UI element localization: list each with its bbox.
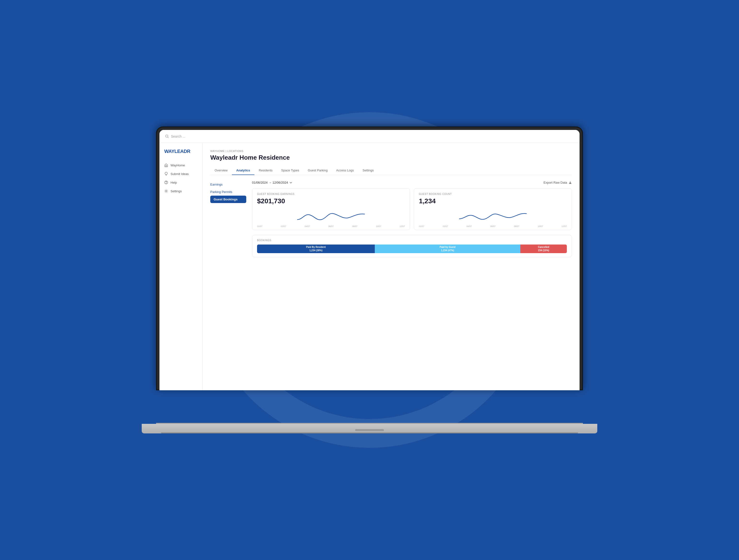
- breadcrumb-separator: |: [226, 150, 227, 153]
- tab-access-logs[interactable]: Access Logs: [332, 166, 358, 175]
- tab-residents[interactable]: Residents: [254, 166, 277, 175]
- content-area: WAYHOME | LOCATIONS Wayleadr Home Reside…: [202, 143, 580, 390]
- tab-space-types-label: Space Types: [281, 169, 299, 172]
- bar-cancelled-label: Cancelled: [538, 245, 549, 249]
- analytics-main: 01/06/2024 → 12/06/2024 Export Raw Data: [252, 181, 572, 257]
- analytics-nav-parking-permits[interactable]: Parking Permits: [210, 188, 246, 196]
- bar-guest-value: 1,234 (47%): [441, 249, 454, 252]
- sidebar-label-settings: Settings: [170, 189, 182, 193]
- sidebar-item-help[interactable]: Help: [159, 178, 202, 187]
- search-container[interactable]: Search ...: [165, 135, 185, 138]
- tab-guest-parking-label: Guest Parking: [308, 169, 327, 172]
- analytics-controls: 01/06/2024 → 12/06/2024 Export Raw Data: [252, 181, 572, 184]
- main-layout: WAYLEADR WayHome S: [159, 143, 580, 390]
- export-label: Export Raw Data: [544, 181, 567, 184]
- chevron-down-icon: [289, 181, 292, 184]
- tab-overview[interactable]: Overview: [210, 166, 232, 175]
- tab-settings[interactable]: Settings: [358, 166, 378, 175]
- breadcrumb: WAYHOME | LOCATIONS: [210, 150, 572, 153]
- sidebar-item-submit-ideas[interactable]: Submit Ideas: [159, 170, 202, 178]
- sidebar-item-settings[interactable]: Settings: [159, 187, 202, 195]
- settings-icon: [164, 189, 168, 193]
- earnings-chart-svg: [257, 209, 405, 223]
- analytics-sidebar: Earnings Parking Permits Guest Bookings: [210, 181, 246, 257]
- bar-resident-value: 1,234 (38%): [309, 249, 322, 252]
- breadcrumb-locations: LOCATIONS: [227, 150, 243, 153]
- bookings-section-label: BOOKINGS: [257, 239, 567, 242]
- count-card-label: GUEST BOOKING COUNT: [419, 193, 567, 195]
- svg-line-1: [168, 137, 169, 138]
- top-search-bar: Search ...: [159, 130, 580, 143]
- bar-cancelled: Cancelled 234 (15%): [520, 244, 567, 253]
- count-chart-svg: [419, 209, 567, 223]
- sidebar-label-wayhome: WayHome: [170, 164, 185, 167]
- bookings-bar: Paid By Resident 1,234 (38%) Paid by Gue…: [257, 244, 567, 253]
- earnings-card-label: GUEST BOOKING EARNINGS: [257, 193, 405, 195]
- sidebar: WAYLEADR WayHome S: [159, 143, 202, 390]
- svg-point-4: [166, 191, 167, 192]
- analytics-layout: Earnings Parking Permits Guest Bookings …: [210, 181, 572, 257]
- laptop-lid: Search ... WAYLEADR WayHome: [156, 127, 583, 390]
- sidebar-label-submit-ideas: Submit Ideas: [170, 172, 189, 176]
- logo-area: WAYLEADR: [159, 149, 202, 161]
- bar-resident-label: Paid By Resident: [306, 245, 326, 249]
- date-range-text: 01/06/2024 → 12/06/2024: [252, 181, 288, 184]
- earnings-card-value: $201,730: [257, 197, 405, 205]
- count-chart-labels: 01/0702/0704/0706/0708/0710/0712/07: [419, 225, 567, 227]
- download-icon: [569, 181, 572, 184]
- earnings-chart-labels: 01/0702/0704/0706/0708/0710/0712/07: [257, 225, 405, 227]
- tab-overview-label: Overview: [214, 169, 228, 172]
- laptop-device: Search ... WAYLEADR WayHome: [142, 127, 597, 433]
- sidebar-label-help: Help: [170, 181, 177, 184]
- stats-row: GUEST BOOKING EARNINGS $201,730 01/0702/…: [252, 188, 572, 230]
- tab-settings-label: Settings: [362, 169, 374, 172]
- laptop-base: [142, 424, 597, 433]
- analytics-nav-guest-bookings[interactable]: Guest Bookings: [210, 196, 246, 203]
- search-placeholder: Search ...: [171, 135, 185, 138]
- home-icon: [164, 163, 168, 167]
- search-icon: [165, 135, 169, 138]
- bar-paid-by-guest: Paid by Guest 1,234 (47%): [375, 244, 520, 253]
- analytics-nav-earnings[interactable]: Earnings: [210, 181, 246, 188]
- lightbulb-icon: [164, 172, 168, 176]
- breadcrumb-wayhome: WAYHOME: [210, 150, 225, 153]
- sidebar-item-wayhome[interactable]: WayHome: [159, 161, 202, 170]
- export-raw-data-button[interactable]: Export Raw Data: [544, 181, 572, 184]
- laptop-notch: [355, 429, 384, 431]
- svg-point-3: [166, 183, 166, 183]
- stat-card-earnings: GUEST BOOKING EARNINGS $201,730 01/0702/…: [252, 188, 410, 230]
- count-chart: 01/0702/0704/0706/0708/0710/0712/07: [419, 209, 567, 226]
- laptop-feet: [161, 432, 578, 433]
- tab-analytics-label: Analytics: [236, 169, 250, 172]
- tabs-container: Overview Analytics Residents Space Types: [210, 166, 572, 175]
- page-title: Wayleadr Home Residence: [210, 154, 572, 161]
- date-range-picker[interactable]: 01/06/2024 → 12/06/2024: [252, 181, 292, 184]
- tab-access-logs-label: Access Logs: [336, 169, 354, 172]
- earnings-chart: 01/0702/0704/0706/0708/0710/0712/07: [257, 209, 405, 226]
- tab-residents-label: Residents: [259, 169, 273, 172]
- tab-guest-parking[interactable]: Guest Parking: [304, 166, 332, 175]
- stat-card-count: GUEST BOOKING COUNT 1,234 01/0702/0704/0…: [414, 188, 572, 230]
- logo: WAYLEADR: [164, 149, 197, 154]
- count-card-value: 1,234: [419, 197, 567, 205]
- bookings-section: BOOKINGS Paid By Resident 1,234 (38%) Pa…: [252, 235, 572, 257]
- bar-paid-by-resident: Paid By Resident 1,234 (38%): [257, 244, 375, 253]
- help-icon: [164, 181, 168, 184]
- bar-cancelled-value: 234 (15%): [538, 249, 549, 252]
- laptop-screen: Search ... WAYLEADR WayHome: [159, 130, 580, 390]
- tab-analytics[interactable]: Analytics: [232, 166, 254, 175]
- tab-space-types[interactable]: Space Types: [277, 166, 304, 175]
- bar-guest-label: Paid by Guest: [440, 245, 456, 249]
